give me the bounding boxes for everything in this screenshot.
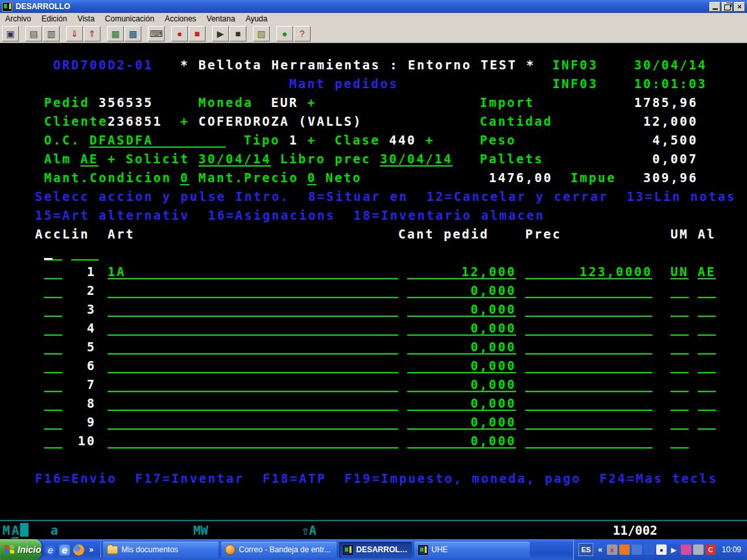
al-field-row9[interactable]	[698, 415, 716, 430]
art-field-row2[interactable]	[108, 284, 398, 298]
globe-button[interactable]: ●	[276, 26, 293, 41]
menu-vista[interactable]: Vista	[72, 14, 99, 24]
al-field-row3[interactable]	[698, 303, 716, 317]
cant-pedid-field-row10[interactable]: 0,000	[407, 434, 516, 449]
libro-prec-field[interactable]: 30/04/14	[380, 152, 453, 167]
position-lin-field[interactable]: ___	[71, 246, 99, 261]
al-field-row4[interactable]	[698, 321, 716, 336]
al-field-row8[interactable]	[698, 397, 716, 411]
al-field-row7[interactable]	[698, 378, 716, 392]
update-icon[interactable]	[619, 544, 630, 555]
um-field-row4[interactable]	[670, 321, 689, 336]
cant-pedid-field-row2[interactable]: 0,000	[407, 284, 516, 298]
sync-icon[interactable]: C	[706, 544, 716, 555]
mant-precio-field[interactable]: 0	[307, 171, 316, 185]
art-field-row5[interactable]	[108, 340, 398, 355]
al-field-row2[interactable]	[698, 284, 716, 298]
prec-field-row3[interactable]	[525, 303, 652, 317]
help-button[interactable]: ?	[294, 26, 311, 41]
acc-field-row10[interactable]	[44, 434, 62, 449]
receive-file-button[interactable]: ⇑	[84, 26, 101, 41]
acc-field-row3[interactable]	[44, 303, 62, 317]
menu-ayuda[interactable]: Ayuda	[241, 14, 273, 24]
language-indicator[interactable]: ES	[578, 543, 593, 556]
art-field-row9[interactable]	[108, 415, 398, 430]
menu-acciones[interactable]: Acciones	[160, 14, 202, 24]
stop-record-button[interactable]: ■	[189, 26, 206, 41]
menu-comunicacin[interactable]: Comunicación	[100, 14, 160, 24]
send-file-button[interactable]: ⇓	[66, 26, 83, 41]
play-macro-button[interactable]: ▶	[212, 26, 229, 41]
restore-button[interactable]	[722, 2, 733, 12]
prec-field-row10[interactable]	[525, 434, 652, 449]
art-field-row7[interactable]	[108, 378, 398, 392]
prec-field-row8[interactable]	[525, 397, 652, 411]
record-macro-button[interactable]: ●	[171, 26, 188, 41]
firefox-icon[interactable]	[73, 544, 85, 555]
acc-field-row5[interactable]	[44, 340, 62, 355]
ie-icon[interactable]: e	[45, 544, 56, 555]
um-field-row1[interactable]: UN	[670, 265, 689, 279]
transfer-icon[interactable]	[644, 544, 654, 555]
um-field-row2[interactable]	[670, 284, 689, 298]
acc-field-row9[interactable]	[44, 415, 62, 430]
al-field-row1[interactable]: AE	[698, 265, 716, 279]
art-field-row4[interactable]	[108, 321, 398, 336]
art-field-row6[interactable]	[108, 359, 398, 373]
media-player-icon[interactable]: ▶	[669, 544, 679, 555]
al-field-row6[interactable]	[698, 359, 716, 373]
acc-field-row6[interactable]	[44, 359, 62, 373]
session-button[interactable]: ▣	[2, 26, 19, 41]
messenger-icon[interactable]: ●	[656, 544, 667, 555]
prec-field-row5[interactable]	[525, 340, 652, 355]
acc-field-row8[interactable]	[44, 397, 62, 411]
acc-field-row4[interactable]	[44, 321, 62, 336]
prec-field-row9[interactable]	[525, 415, 652, 430]
quick-launch-overflow-chevron[interactable]: »	[88, 545, 96, 554]
acc-field-row2[interactable]	[44, 284, 62, 298]
prec-field-row7[interactable]	[525, 378, 652, 392]
cant-pedid-field-row6[interactable]: 0,000	[407, 359, 516, 373]
cant-pedid-field-row3[interactable]: 0,000	[407, 303, 516, 317]
menu-archivo[interactable]: Archivo	[0, 14, 36, 24]
menu-edicin[interactable]: Edición	[36, 14, 72, 24]
acc-field-row7[interactable]	[44, 378, 62, 392]
display-setup-button[interactable]: ▦	[107, 26, 124, 41]
um-field-row7[interactable]	[670, 378, 689, 392]
cant-pedid-field-row9[interactable]: 0,000	[407, 415, 516, 430]
al-field-row5[interactable]	[698, 340, 716, 355]
prec-field-row1[interactable]: 123,0000	[525, 265, 652, 279]
menu-ventana[interactable]: Ventana	[202, 14, 241, 24]
prec-field-row4[interactable]	[525, 321, 652, 336]
task-button-uhe[interactable]: UHE	[414, 542, 530, 558]
art-field-row10[interactable]	[108, 434, 398, 449]
stop-macro-button[interactable]: ■	[230, 26, 246, 41]
um-field-row10[interactable]	[670, 434, 689, 449]
cant-pedid-field-row7[interactable]: 0,000	[407, 378, 516, 392]
mant-condicion-field[interactable]: 0	[180, 171, 189, 185]
clipboard-button[interactable]: ▧	[253, 26, 270, 41]
keyboard-setup-button[interactable]: ⌨	[148, 26, 165, 41]
explorer-icon[interactable]: e	[59, 544, 71, 555]
paste-button[interactable]: ▥	[43, 26, 60, 41]
um-field-row9[interactable]	[670, 415, 689, 430]
cant-pedid-field-row8[interactable]: 0,000	[407, 397, 516, 411]
close-button[interactable]: ×	[734, 2, 745, 12]
um-field-row8[interactable]	[670, 397, 689, 411]
volume-muted-icon[interactable]: x	[607, 544, 617, 555]
art-field-row8[interactable]	[108, 397, 398, 411]
task-button-correo-bandeja-de-entr[interactable]: Correo - Bandeja de entr...	[221, 542, 337, 558]
cant-pedid-field-row4[interactable]: 0,000	[407, 321, 516, 336]
oc-field[interactable]: DFASDFA	[89, 134, 226, 148]
solicit-field[interactable]: 30/04/14	[198, 152, 271, 167]
minimize-button[interactable]	[709, 2, 720, 12]
alm-field[interactable]: AE	[80, 152, 99, 167]
art-field-row3[interactable]	[108, 303, 398, 317]
task-button-desarrollo[interactable]: DESARROLLO	[339, 542, 412, 558]
um-field-row6[interactable]	[670, 359, 689, 373]
art-field-row1[interactable]: 1A	[108, 265, 398, 279]
cant-pedid-field-row5[interactable]: 0,000	[407, 340, 516, 355]
prec-field-row6[interactable]	[525, 359, 652, 373]
start-button[interactable]: Inicio	[0, 539, 42, 560]
color-setup-button[interactable]: ▩	[124, 26, 141, 41]
